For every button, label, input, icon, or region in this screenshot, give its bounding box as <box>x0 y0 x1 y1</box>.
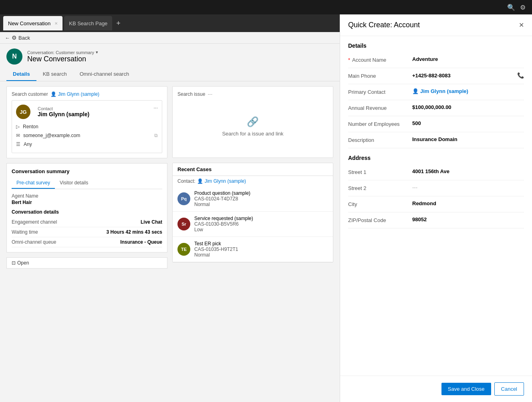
agent-name-field: Agent Name Bert Hair <box>12 193 162 205</box>
qc-value-num-employees[interactable]: 500 <box>412 120 524 126</box>
email-copy-icon[interactable]: ⧉ <box>154 133 158 138</box>
search-customer-label: Search customer <box>12 91 48 97</box>
qc-value-street2[interactable]: --- <box>412 184 524 190</box>
qc-label-account-name: * Account Name <box>348 56 412 63</box>
tab-omni[interactable]: Omni-channel search <box>73 68 136 81</box>
qc-address-title: Address <box>348 148 524 164</box>
summary-tab-pre-chat[interactable]: Pre-chat survey <box>12 178 55 189</box>
nav-bar: ← ⚙ Back <box>0 32 340 44</box>
settings-icon[interactable]: ⚙ <box>520 4 526 11</box>
tab-label: KB Search Page <box>69 20 107 26</box>
status-bar: ⊡ Open <box>6 257 167 269</box>
contact-channel-row: ☰ Any <box>16 140 158 149</box>
qc-value-primary-contact[interactable]: 👤 Jim Glynn (sample) <box>412 88 524 94</box>
qc-value-zip[interactable]: 98052 <box>412 216 524 222</box>
case-priority-1: Low <box>194 227 253 232</box>
email-icon: ✉ <box>16 133 20 138</box>
qc-value-city[interactable]: Redmond <box>412 200 524 206</box>
contact-channel: Any <box>24 141 32 147</box>
qc-field-account-name: * Account Name Adventure <box>348 52 524 68</box>
case-title-0: Product question (sample) <box>194 190 250 196</box>
qc-close-button[interactable]: ✕ <box>519 21 524 29</box>
search-issue-row: Search issue --- <box>177 91 328 97</box>
case-item-1[interactable]: Sr Service requested (sample) CAS-01030-… <box>173 212 333 237</box>
contact-email-row: ✉ someone_j@example.com ⧉ <box>16 131 158 140</box>
avatar-initials: N <box>12 53 17 60</box>
case-title-2: Test ER pick <box>194 241 238 246</box>
contact-avatar: JG <box>16 105 30 119</box>
search-icon[interactable]: 🔍 <box>507 4 515 11</box>
cancel-button[interactable]: Cancel <box>494 382 524 396</box>
qc-value-street1[interactable]: 4001 156th Ave <box>412 168 524 174</box>
contact-location: Renton <box>23 124 38 129</box>
tab-details[interactable]: Details <box>6 68 36 81</box>
contact-more-icon[interactable]: ··· <box>153 105 158 111</box>
cases-contact-ref: Contact: 👤 Jim Glynn (sample) <box>173 176 333 186</box>
recent-cases-card: Recent Cases Contact: 👤 Jim Glynn (sampl… <box>172 163 333 263</box>
left-panel: New Conversation ✕ KB Search Page + ← ⚙ … <box>0 14 340 402</box>
conversation-title-area: Conversation: Customer summary ▾ New Con… <box>27 50 98 63</box>
left-column: Search customer 👤 Jim Glynn (sample) JG <box>6 86 167 397</box>
case-info-0: Product question (sample) CAS-01024-T4D7… <box>194 190 250 207</box>
back-settings-icon: ⚙ <box>12 34 17 41</box>
qc-field-annual-revenue: Annual Revenue $100,000,000.00 <box>348 100 524 116</box>
contact-type: Contact <box>38 106 89 111</box>
customer-link[interactable]: 👤 Jim Glynn (sample) <box>50 91 99 97</box>
case-priority-0: Normal <box>194 202 250 207</box>
case-info-1: Service requested (sample) CAS-01030-B5V… <box>194 216 253 232</box>
qc-field-main-phone: Main Phone +1425-882-8083 📞 <box>348 68 524 84</box>
agent-name-label: Agent Name <box>12 193 162 199</box>
quick-create-panel: Quick Create: Account ✕ Details * Accoun… <box>340 14 532 402</box>
case-item-2[interactable]: TE Test ER pick CAS-01035-H9T2T1 Normal <box>173 237 333 262</box>
qc-value-description[interactable]: Insurance Domain <box>412 136 524 142</box>
qc-label-num-employees: Number of Employees <box>348 120 412 127</box>
engagement-channel-row: Engagement channel Live Chat <box>12 217 162 227</box>
qc-value-account-name[interactable]: Adventure <box>412 56 524 62</box>
tab-new-conversation[interactable]: New Conversation ✕ <box>3 16 62 30</box>
case-avatar-1: Sr <box>177 218 190 230</box>
qc-label-primary-contact: Primary Contact <box>348 88 412 95</box>
agent-name-value: Bert Hair <box>12 200 162 205</box>
conversation-title: New Conversation <box>27 55 98 63</box>
chevron-down-icon[interactable]: ▾ <box>96 50 98 55</box>
search-issue-label: Search issue <box>177 91 205 97</box>
qc-field-street2: Street 2 --- <box>348 180 524 196</box>
case-avatar-2: TE <box>177 243 190 256</box>
save-and-close-button[interactable]: Save and Close <box>441 383 491 395</box>
back-button[interactable]: ← ⚙ Back <box>5 34 30 41</box>
tab-kb-search[interactable]: KB Search Page <box>64 16 112 30</box>
summary-tab-visitor[interactable]: Visitor details <box>55 178 93 189</box>
tab-label: New Conversation <box>8 20 50 26</box>
right-column: Search issue --- 🔗 Search for a issue an… <box>172 86 333 397</box>
tab-close-icon[interactable]: ✕ <box>54 21 58 26</box>
qc-value-annual-revenue[interactable]: $100,000,000.00 <box>412 104 524 110</box>
conv-subtitle: Conversation: Customer summary ▾ <box>27 50 98 55</box>
case-id-0: CAS-01024-T4D7Z8 <box>194 196 250 202</box>
contact-link-icon: 👤 <box>412 88 419 94</box>
tab-add-icon[interactable]: + <box>114 19 123 28</box>
qc-label-zip: ZIP/Postal Code <box>348 216 412 223</box>
back-arrow-icon: ← <box>5 35 10 41</box>
case-item-0[interactable]: Pq Product question (sample) CAS-01024-T… <box>173 186 333 212</box>
channel-icon: ☰ <box>16 141 20 147</box>
contact-location-row: ▷ Renton <box>16 122 158 131</box>
phone-icon: 📞 <box>517 72 524 79</box>
qc-header: Quick Create: Account ✕ <box>340 14 532 36</box>
case-info-2: Test ER pick CAS-01035-H9T2T1 Normal <box>194 241 238 258</box>
open-icon: ⊡ <box>12 260 16 266</box>
tab-kb-search[interactable]: KB search <box>36 68 73 81</box>
qc-label-street1: Street 1 <box>348 168 412 175</box>
search-customer-row: Search customer 👤 Jim Glynn (sample) <box>12 91 162 97</box>
qc-field-description: Description Insurance Domain <box>348 132 524 148</box>
qc-field-primary-contact: Primary Contact 👤 Jim Glynn (sample) <box>348 84 524 100</box>
qc-label-main-phone: Main Phone <box>348 72 412 79</box>
cases-contact-link[interactable]: Jim Glynn (sample) <box>205 178 246 184</box>
qc-label-street2: Street 2 <box>348 184 412 191</box>
status-label: Open <box>17 260 29 266</box>
conv-details-title: Conversation details <box>12 209 162 215</box>
qc-label-description: Description <box>348 136 412 143</box>
link-icon: 🔗 <box>247 116 259 127</box>
case-id-1: CAS-01030-B5V5R6 <box>194 221 253 227</box>
summary-tabs: Pre-chat survey Visitor details <box>12 178 162 189</box>
customer-card: Search customer 👤 Jim Glynn (sample) JG <box>6 86 167 158</box>
